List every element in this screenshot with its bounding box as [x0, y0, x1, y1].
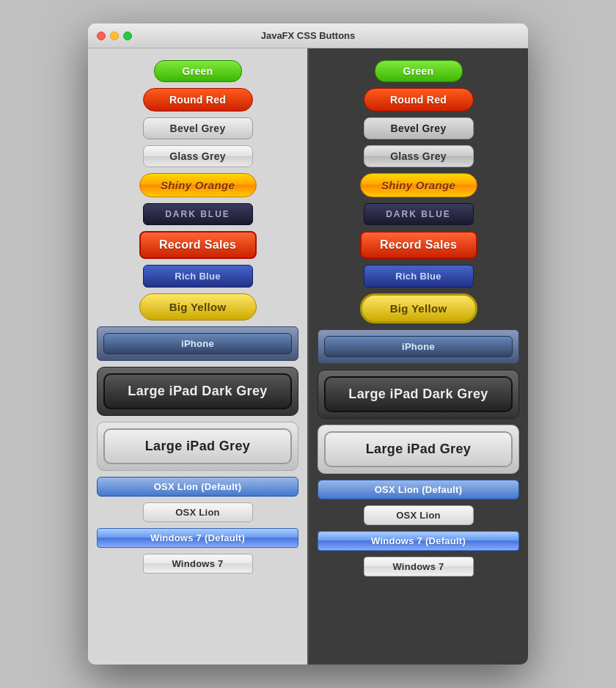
ipad-dark-button-dark[interactable]: Large iPad Dark Grey	[324, 376, 513, 412]
ipad-grey-button-dark[interactable]: Large iPad Grey	[324, 431, 513, 467]
round-red-button-dark[interactable]: Round Red	[364, 88, 474, 111]
osx-default-button-light[interactable]: OSX Lion (Default)	[97, 477, 298, 497]
record-sales-button-light[interactable]: Record Sales	[139, 231, 257, 259]
ipad-grey-wrap-dark: Large iPad Grey	[318, 425, 519, 474]
ipad-dark-wrap-dark: Large iPad Dark Grey	[318, 370, 519, 419]
window-title: JavaFX CSS Buttons	[261, 30, 356, 41]
traffic-lights	[97, 32, 132, 40]
shiny-orange-button-dark[interactable]: Shiny Orange	[360, 173, 477, 197]
bevel-grey-button-dark[interactable]: Bevel Grey	[364, 117, 474, 139]
win7-default-button-light[interactable]: Windows 7 (Default)	[97, 528, 298, 548]
maximize-button[interactable]	[123, 32, 132, 40]
osx-button-light[interactable]: OSX Lion	[143, 502, 253, 522]
dark-panel: Green Round Red Bevel Grey Glass Grey Sh…	[309, 48, 528, 665]
shiny-orange-button-light[interactable]: Shiny Orange	[139, 173, 257, 197]
rich-blue-button-dark[interactable]: Rich Blue	[364, 265, 474, 288]
big-yellow-button-light[interactable]: Big Yellow	[139, 293, 257, 321]
minimize-button[interactable]	[110, 32, 119, 40]
bevel-grey-button-light[interactable]: Bevel Grey	[143, 117, 253, 139]
green-button-light[interactable]: Green	[154, 60, 242, 82]
round-red-button-light[interactable]: Round Red	[143, 88, 253, 111]
ipad-dark-button-light[interactable]: Large iPad Dark Grey	[103, 373, 292, 409]
close-button[interactable]	[97, 32, 106, 40]
glass-grey-button-light[interactable]: Glass Grey	[143, 145, 253, 167]
dark-blue-button-light[interactable]: DARK BLUE	[143, 203, 253, 225]
big-yellow-button-dark[interactable]: Big Yellow	[360, 293, 477, 323]
iphone-button-light[interactable]: iPhone	[103, 333, 292, 354]
osx-default-button-dark[interactable]: OSX Lion (Default)	[318, 480, 519, 499]
titlebar: JavaFX CSS Buttons	[88, 23, 528, 48]
green-button-dark[interactable]: Green	[375, 60, 463, 82]
iphone-button-dark[interactable]: iPhone	[324, 336, 513, 357]
rich-blue-button-light[interactable]: Rich Blue	[143, 265, 253, 288]
iphone-wrap-dark: iPhone	[318, 329, 519, 364]
main-window: JavaFX CSS Buttons Green Round Red Bevel…	[88, 23, 528, 665]
osx-button-dark[interactable]: OSX Lion	[364, 505, 474, 525]
glass-grey-button-dark[interactable]: Glass Grey	[364, 145, 474, 167]
light-panel: Green Round Red Bevel Grey Glass Grey Sh…	[88, 48, 307, 665]
record-sales-button-dark[interactable]: Record Sales	[360, 231, 477, 259]
win7-button-dark[interactable]: Windows 7	[364, 557, 474, 577]
ipad-grey-button-light[interactable]: Large iPad Grey	[103, 428, 292, 464]
ipad-dark-wrap-light: Large iPad Dark Grey	[97, 367, 298, 416]
content-area: Green Round Red Bevel Grey Glass Grey Sh…	[88, 48, 528, 665]
iphone-wrap-light: iPhone	[97, 326, 298, 361]
win7-button-light[interactable]: Windows 7	[143, 554, 253, 574]
dark-blue-button-dark[interactable]: DARK BLUE	[364, 203, 474, 225]
win7-default-button-dark[interactable]: Windows 7 (Default)	[318, 531, 519, 551]
ipad-grey-wrap-light: Large iPad Grey	[97, 422, 298, 471]
